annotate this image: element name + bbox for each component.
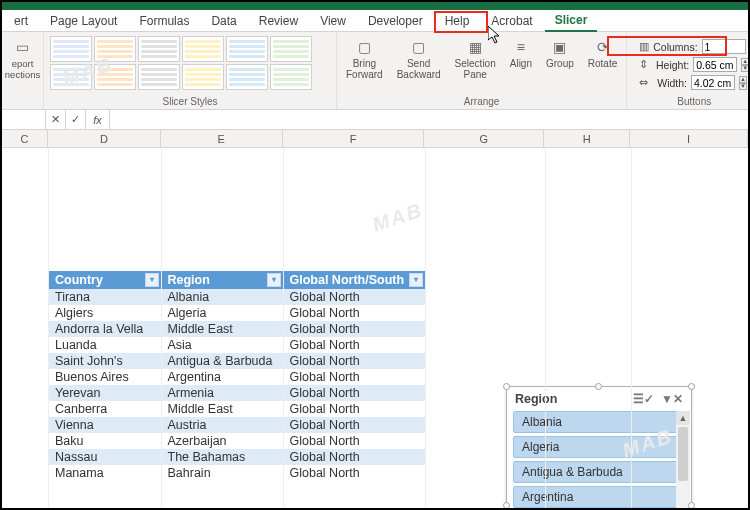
report-connections-button[interactable]: ▭ eport nections — [2, 36, 43, 82]
slicer-item[interactable]: Antigua & Barbuda — [513, 461, 685, 483]
resize-handle[interactable] — [688, 502, 695, 509]
rotate-button[interactable]: ⟳Rotate — [585, 36, 620, 71]
tab-ert[interactable]: ert — [4, 11, 38, 31]
table-cell[interactable]: Global North — [283, 369, 425, 385]
table-cell[interactable]: Canberra — [49, 401, 161, 417]
table-cell[interactable]: Global North — [283, 465, 425, 481]
tab-data[interactable]: Data — [201, 11, 246, 31]
table-row[interactable]: TiranaAlbaniaGlobal North — [49, 289, 425, 305]
table-cell[interactable]: Global North — [283, 401, 425, 417]
column-header[interactable]: D — [48, 130, 161, 147]
tab-slicer[interactable]: Slicer — [545, 10, 598, 32]
column-header[interactable]: C — [2, 130, 48, 147]
multiselect-icon[interactable]: ☰✓ — [633, 392, 654, 406]
slicer-styles-gallery[interactable] — [50, 36, 330, 90]
table-cell[interactable]: Middle East — [161, 401, 283, 417]
align-button[interactable]: ≡Align — [507, 36, 535, 71]
table-row[interactable]: ViennaAustriaGlobal North — [49, 417, 425, 433]
width-spinner[interactable]: ▲▼ — [739, 76, 747, 90]
slicer-style-thumb[interactable] — [182, 36, 224, 62]
table-cell[interactable]: Baku — [49, 433, 161, 449]
cells-area[interactable]: Country▾Region▾Global North/South▾Tirana… — [2, 148, 748, 508]
table-cell[interactable]: Global North — [283, 433, 425, 449]
column-header[interactable]: H — [544, 130, 630, 147]
tab-review[interactable]: Review — [249, 11, 308, 31]
table-cell[interactable]: Global North — [283, 353, 425, 369]
table-cell[interactable]: Asia — [161, 337, 283, 353]
tab-page-layout[interactable]: Page Layout — [40, 11, 127, 31]
tab-formulas[interactable]: Formulas — [129, 11, 199, 31]
table-row[interactable]: Saint John'sAntigua & BarbudaGlobal Nort… — [49, 353, 425, 369]
height-spinner[interactable]: ▲▼ — [741, 58, 749, 72]
table-row[interactable]: CanberraMiddle EastGlobal North — [49, 401, 425, 417]
table-cell[interactable]: Saint John's — [49, 353, 161, 369]
table-cell[interactable]: Luanda — [49, 337, 161, 353]
table-cell[interactable]: Argentina — [161, 369, 283, 385]
table-row[interactable]: YerevanArmeniaGlobal North — [49, 385, 425, 401]
slicer-style-thumb[interactable] — [94, 36, 136, 62]
slicer-style-thumb[interactable] — [182, 64, 224, 90]
column-header[interactable]: E — [161, 130, 283, 147]
table-cell[interactable]: The Bahamas — [161, 449, 283, 465]
table-cell[interactable]: Yerevan — [49, 385, 161, 401]
slicer-item[interactable]: Argentina — [513, 486, 685, 508]
table-cell[interactable]: Azerbaijan — [161, 433, 283, 449]
slicer-item[interactable]: Albania — [513, 411, 685, 433]
filter-dropdown-icon[interactable]: ▾ — [145, 273, 159, 287]
table-row[interactable]: NassauThe BahamasGlobal North — [49, 449, 425, 465]
enter-button[interactable]: ✓ — [66, 110, 86, 129]
column-header[interactable]: I — [630, 130, 748, 147]
tab-acrobat[interactable]: Acrobat — [481, 11, 542, 31]
table-cell[interactable]: Middle East — [161, 321, 283, 337]
name-box[interactable] — [2, 110, 46, 129]
slicer-style-thumb[interactable] — [50, 36, 92, 62]
table-cell[interactable]: Albania — [161, 289, 283, 305]
slicer-style-thumb[interactable] — [226, 36, 268, 62]
slicer-scrollbar[interactable]: ▲ ▼ — [676, 411, 690, 510]
table-row[interactable]: Buenos AiresArgentinaGlobal North — [49, 369, 425, 385]
table-cell[interactable]: Global North — [283, 305, 425, 321]
slicer-style-thumb[interactable] — [226, 64, 268, 90]
columns-input[interactable] — [702, 39, 746, 54]
table-row[interactable]: BakuAzerbaijanGlobal North — [49, 433, 425, 449]
table-cell[interactable]: Global North — [283, 337, 425, 353]
region-slicer[interactable]: Region ☰✓ ▼✕ AlbaniaAlgeriaAntigua & Bar… — [506, 386, 692, 510]
table-cell[interactable]: Global North — [283, 289, 425, 305]
tab-view[interactable]: View — [310, 11, 356, 31]
table-cell[interactable]: Manama — [49, 465, 161, 481]
slicer-style-thumb[interactable] — [270, 64, 312, 90]
table-cell[interactable]: Armenia — [161, 385, 283, 401]
resize-handle[interactable] — [503, 383, 510, 390]
table-cell[interactable]: Vienna — [49, 417, 161, 433]
scroll-up-icon[interactable]: ▲ — [676, 411, 690, 425]
table-cell[interactable]: Global North — [283, 321, 425, 337]
send-backward-button[interactable]: ▢Send Backward — [394, 36, 444, 82]
slicer-style-thumb[interactable] — [94, 64, 136, 90]
table-row[interactable]: Andorra la VellaMiddle EastGlobal North — [49, 321, 425, 337]
group-button[interactable]: ▣Group — [543, 36, 577, 71]
resize-handle[interactable] — [503, 502, 510, 509]
table-cell[interactable]: Nassau — [49, 449, 161, 465]
table-cell[interactable]: Buenos Aires — [49, 369, 161, 385]
table-cell[interactable]: Global North — [283, 417, 425, 433]
table-cell[interactable]: Austria — [161, 417, 283, 433]
selection-pane-button[interactable]: ▦Selection Pane — [452, 36, 499, 82]
cancel-button[interactable]: ✕ — [46, 110, 66, 129]
slicer-style-thumb[interactable] — [138, 64, 180, 90]
resize-handle[interactable] — [688, 383, 695, 390]
table-header[interactable]: Region▾ — [161, 271, 283, 289]
clear-filter-icon[interactable]: ▼✕ — [661, 392, 683, 406]
table-cell[interactable]: Tirana — [49, 289, 161, 305]
table-cell[interactable]: Bahrain — [161, 465, 283, 481]
fx-button[interactable]: fx — [86, 110, 110, 129]
table-cell[interactable]: Algiers — [49, 305, 161, 321]
scroll-thumb[interactable] — [678, 427, 688, 481]
bring-forward-button[interactable]: ▢Bring Forward — [343, 36, 386, 82]
table-cell[interactable]: Antigua & Barbuda — [161, 353, 283, 369]
filter-dropdown-icon[interactable]: ▾ — [409, 273, 423, 287]
column-header[interactable]: F — [283, 130, 425, 147]
table-cell[interactable]: Global North — [283, 385, 425, 401]
slicer-item[interactable]: Algeria — [513, 436, 685, 458]
slicer-style-thumb[interactable] — [50, 64, 92, 90]
table-cell[interactable]: Global North — [283, 449, 425, 465]
